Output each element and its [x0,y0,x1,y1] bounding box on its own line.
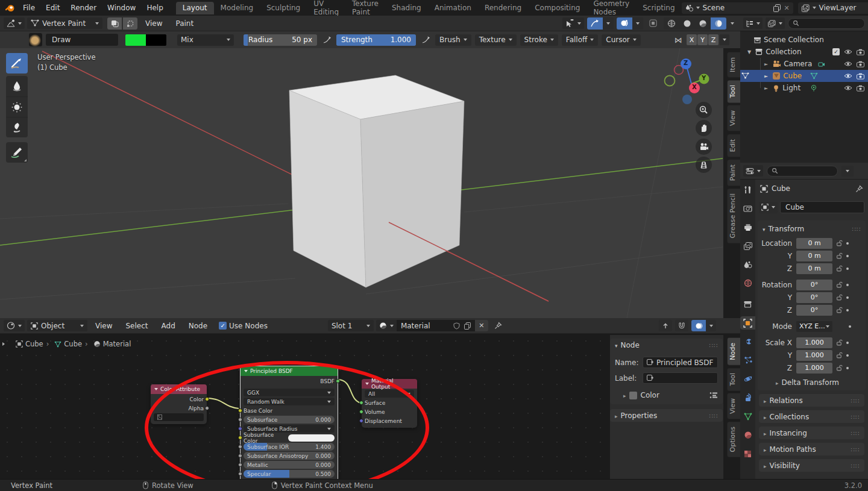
lock-open-icon[interactable] [836,364,843,371]
menu-node[interactable]: Node [183,321,213,331]
shading-material-icon[interactable] [695,17,711,30]
drag-grip-icon[interactable] [851,461,860,470]
brush-thumbnail[interactable] [29,33,42,46]
new-scene-icon[interactable] [773,4,781,12]
node-color-swatch[interactable] [629,392,637,399]
properties-editor-type[interactable] [743,165,763,177]
paint-mask-toggle[interactable] [107,17,122,30]
average-tool-button[interactable] [6,96,28,117]
drag-grip-icon[interactable] [709,341,718,349]
options-dropdown[interactable] [720,34,729,45]
properties-search[interactable] [767,166,838,177]
drag-grip-icon[interactable] [851,413,860,421]
radius-pressure-icon[interactable] [321,36,333,44]
presets-list-icon[interactable] [709,392,718,399]
tab-grease-pencil[interactable]: Grease Pencil [727,188,740,243]
draw-tool-button[interactable] [6,53,28,73]
node-label-field[interactable] [643,372,718,384]
radius-slider[interactable]: Radius 50 px [244,34,317,46]
shading-wireframe-icon[interactable] [664,17,679,30]
unlink-material-icon[interactable]: ✕ [475,320,488,331]
render-visibility-icon[interactable] [857,61,864,67]
eye-icon[interactable] [844,73,852,79]
strength-pressure-icon[interactable] [420,36,432,44]
blend-mode-select[interactable]: Mix [177,34,234,46]
tab-item[interactable]: Item [727,52,740,78]
move-view-button[interactable] [696,120,712,136]
gizmo-x-label[interactable]: X [692,84,697,90]
collections-panel-header[interactable]: Collections [759,410,864,423]
animate-dot[interactable] [846,284,849,286]
tab-paint[interactable]: Paint [727,159,740,186]
pin-icon[interactable] [855,185,863,193]
menu-render[interactable]: Render [65,2,102,13]
expander-closed-icon[interactable]: ► [764,61,768,67]
scale-x-field[interactable]: 1.000 [796,337,832,348]
tab-options[interactable]: Options [727,421,740,457]
material-name-field[interactable]: Material [397,320,475,331]
expander-closed-icon[interactable]: ► [764,86,768,91]
collapse-node-icon[interactable] [154,388,158,390]
properties-options-dropdown[interactable] [841,166,854,177]
drag-grip-icon[interactable] [851,429,860,437]
navigation-gizmo[interactable]: Z Y X [662,53,716,104]
secondary-color-swatch[interactable] [146,34,166,46]
annotate-tool-button[interactable] [6,142,28,163]
material-slot-select[interactable]: Slot 1 [328,320,374,331]
tab-output-icon[interactable] [740,220,755,234]
scene-name[interactable]: Scene [703,4,771,12]
animate-dot[interactable] [846,296,849,299]
outliner-display-mode[interactable] [743,17,763,29]
menu-window[interactable]: Window [102,2,141,13]
lock-open-icon[interactable] [836,339,843,346]
location-y-field[interactable]: 0 m [796,251,832,261]
editor-type-button[interactable] [4,320,25,331]
tab-material-icon[interactable] [740,428,755,442]
tab-view[interactable]: View [727,105,740,131]
mode-selector[interactable]: Vertex Paint [27,17,102,29]
tab-modifiers-icon[interactable] [740,335,755,348]
gizmo-y-label[interactable]: Y [702,75,706,81]
mirror-z-button[interactable]: Z [708,34,719,45]
fake-user-shield-icon[interactable] [453,322,460,330]
tab-render-icon[interactable] [740,202,755,215]
node-name-field[interactable]: Principled BSDF [643,357,718,368]
render-visibility-icon[interactable] [857,73,864,80]
primary-color-swatch[interactable] [125,34,146,46]
delta-transform-header[interactable]: Delta Transform [759,377,864,388]
lock-open-icon[interactable] [836,294,843,301]
snap-magnet-icon[interactable] [675,320,688,331]
gizmos-dropdown[interactable] [603,17,614,30]
falloff-popover[interactable]: Falloff [562,34,598,46]
outliner-search[interactable] [788,18,865,29]
rotation-y-field[interactable]: 0° [796,292,832,303]
selectability-visibility-button[interactable] [562,17,584,29]
relations-panel-header[interactable]: Relations [759,394,864,407]
viewlayer-selector[interactable]: ViewLayer ✕ [798,2,868,14]
xray-toggle[interactable] [646,17,661,30]
tab-edit[interactable]: Edit [727,134,740,157]
scene-selector[interactable]: Scene ✕ [682,2,793,14]
smear-tool-button[interactable] [6,117,28,137]
outliner-row-collection[interactable]: ▼ Collection [740,46,868,58]
motion-paths-panel-header[interactable]: Motion Paths [759,443,864,455]
animate-dot[interactable] [846,309,849,311]
tab-sculpting[interactable]: Sculpting [260,2,307,14]
brush-name-field[interactable]: Draw [46,34,118,46]
brush-popover[interactable]: Brush [435,34,471,46]
tab-scripting[interactable]: Scripting [636,2,681,14]
tab-constraints-icon[interactable] [740,391,755,404]
material-browse-button[interactable] [376,320,397,331]
parent-node-tree-icon[interactable] [659,320,672,331]
render-visibility-icon[interactable] [857,49,864,55]
node-properties-panel-header[interactable]: Properties [610,409,723,422]
outliner-filter-button[interactable] [766,17,785,29]
id-type-button[interactable] [759,202,778,213]
tab-view-layer-icon[interactable] [740,239,755,252]
blender-logo-icon[interactable] [5,3,15,13]
strength-slider[interactable]: Strength 1.000 [336,34,416,46]
tab-node[interactable]: Node [727,337,740,366]
rotation-x-field[interactable]: 0° [796,280,832,290]
eye-icon[interactable] [844,61,852,67]
cursor-popover[interactable]: Cursor [602,34,640,46]
